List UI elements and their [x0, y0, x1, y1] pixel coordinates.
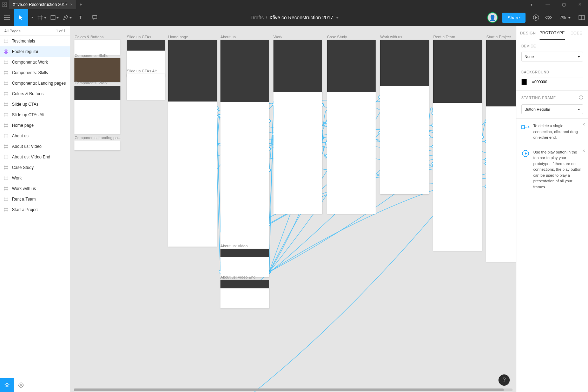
canvas-frame[interactable] [486, 40, 516, 262]
canvas-frame[interactable] [220, 40, 269, 249]
window-dropdown-icon[interactable]: ▾ [523, 0, 540, 9]
sidebar-item[interactable]: Colors & Buttons [0, 89, 70, 99]
sidebar-item[interactable]: Components: Work [0, 57, 70, 67]
svg-rect-3 [5, 5, 7, 7]
frame-label[interactable]: Home page [168, 35, 188, 39]
pages-header[interactable]: All Pages 1 of 1 [0, 26, 70, 36]
zoom-control[interactable]: 7% [555, 15, 575, 20]
device-select[interactable]: None [521, 52, 583, 61]
frame-icon [4, 102, 8, 107]
tab-design[interactable]: DESIGN [516, 26, 540, 40]
hamburger-menu-icon[interactable] [0, 9, 14, 26]
frame-label[interactable]: Work with us [380, 35, 402, 39]
breadcrumb-parent[interactable]: Drafts [251, 15, 264, 20]
library-icon[interactable] [575, 11, 588, 24]
window-close-icon[interactable]: ✕ [572, 0, 588, 9]
file-tab[interactable]: Xfive.co Reconstruction 2017 × [9, 0, 76, 9]
frame-label[interactable]: Components: Skills [74, 53, 107, 58]
frame-label[interactable]: Slide up CTAs Alt [127, 69, 157, 73]
frame-tool-button[interactable] [35, 9, 48, 26]
sidebar-item[interactable]: Components: Landing pages [0, 78, 70, 89]
tab-code[interactable]: CODE [565, 26, 588, 40]
help-button[interactable]: ? [498, 374, 510, 386]
canvas-frame[interactable] [433, 40, 482, 251]
frame-icon [4, 112, 8, 117]
tab-prototype[interactable]: PROTOTYPE [540, 26, 565, 40]
layers-tab-icon[interactable] [0, 378, 14, 392]
frame-label[interactable]: Components: Landing pa… [74, 136, 121, 140]
background-input[interactable] [530, 78, 583, 86]
canvas-frame[interactable] [74, 86, 120, 133]
sidebar-item[interactable]: Home page [0, 120, 70, 131]
sidebar-item[interactable]: Slide up CTAs [0, 99, 70, 110]
frame-label[interactable]: Case Study [327, 35, 347, 39]
new-tab-button[interactable]: + [76, 2, 85, 7]
play-button[interactable] [530, 11, 542, 24]
sidebar-item[interactable]: Components: Skills [0, 67, 70, 78]
canvas-frame[interactable] [74, 40, 120, 55]
frame-label[interactable]: Start a Project [486, 35, 511, 39]
canvas-frame[interactable] [127, 74, 165, 100]
frame-label[interactable]: Slide up CTAs [127, 35, 151, 39]
move-tool-button[interactable] [14, 9, 28, 26]
window-maximize-icon[interactable]: ▢ [556, 0, 572, 9]
canvas-frame[interactable] [220, 280, 269, 308]
sidebar-item[interactable]: Testimonials [0, 36, 70, 46]
frame-label[interactable]: Rent a Team [433, 35, 455, 39]
sidebar-item-label: Case Study [12, 165, 34, 170]
close-icon[interactable]: × [582, 148, 585, 153]
shape-tool-button[interactable] [48, 9, 61, 26]
starting-frame-select[interactable]: Button Regular [521, 104, 583, 114]
device-value: None [524, 54, 534, 59]
frame-label[interactable]: About us: Video End [220, 275, 256, 279]
chevron-down-icon [577, 107, 580, 111]
sidebar-item[interactable]: About us [0, 131, 70, 141]
sidebar-item[interactable]: Work with us [0, 183, 70, 194]
canvas-frame[interactable] [380, 40, 429, 194]
canvas-frame[interactable] [327, 40, 376, 214]
sidebar-item[interactable]: Footer regular [0, 46, 70, 57]
canvas-frame[interactable] [220, 249, 269, 277]
share-button[interactable]: Share [502, 13, 526, 23]
frame-label[interactable]: Colors & Buttons [74, 35, 104, 39]
sidebar-item-label: Rent a Team [12, 197, 36, 202]
background-swatch[interactable] [521, 79, 527, 85]
canvas-frame[interactable] [74, 58, 120, 82]
app-menu-icon[interactable] [0, 2, 9, 7]
horizontal-scrollbar[interactable] [74, 388, 513, 391]
components-tab-icon[interactable] [14, 378, 28, 392]
close-icon[interactable]: × [582, 122, 585, 127]
comment-tool-button[interactable] [88, 9, 102, 26]
window-minimize-icon[interactable]: — [540, 0, 556, 9]
sidebar-item[interactable]: Rent a Team [0, 194, 70, 204]
sidebar-item[interactable]: Case Study [0, 162, 70, 173]
sidebar-item[interactable]: Start a Project [0, 204, 70, 215]
layers-panel: All Pages 1 of 1 TestimonialsFooter regu… [0, 26, 70, 392]
frame-icon [4, 165, 8, 170]
frame-label[interactable]: Work [273, 35, 282, 39]
frame-label[interactable]: About us [220, 35, 236, 39]
pen-tool-button[interactable] [61, 9, 74, 26]
sidebar-item[interactable]: About us: Video [0, 141, 70, 152]
sidebar-item[interactable]: Work [0, 173, 70, 183]
close-tab-icon[interactable]: × [70, 2, 73, 7]
frame-label[interactable]: Components: Work [74, 81, 107, 85]
sidebar-item[interactable]: About us: Video End [0, 152, 70, 162]
sidebar-item-label: Components: Landing pages [12, 81, 66, 86]
breadcrumb-current[interactable]: Xfive.co Reconstruction 2017 [269, 15, 333, 20]
breadcrumb-dropdown-icon[interactable] [335, 15, 338, 20]
canvas-frame[interactable] [74, 141, 120, 150]
info-icon[interactable]: ⓘ [579, 95, 583, 101]
canvas-frame[interactable] [168, 40, 217, 247]
hint-delete-connection: To delete a single connection, click and… [516, 119, 588, 145]
frame-label[interactable]: About us: Video [220, 244, 247, 248]
canvas-frame[interactable] [273, 40, 322, 214]
text-tool-button[interactable]: T [74, 9, 88, 26]
canvas[interactable]: ? Colors & ButtonsComponents: SkillsComp… [70, 26, 516, 392]
sidebar-item[interactable]: Slide up CTAs Alt [0, 110, 70, 120]
sidebar-item-label: Slide up CTAs [12, 102, 39, 107]
view-settings-icon[interactable] [542, 11, 555, 24]
move-tool-dropdown[interactable] [28, 9, 35, 26]
avatar[interactable]: 👤 [487, 12, 498, 23]
breadcrumb: Drafts / Xfive.co Reconstruction 2017 [102, 15, 487, 20]
